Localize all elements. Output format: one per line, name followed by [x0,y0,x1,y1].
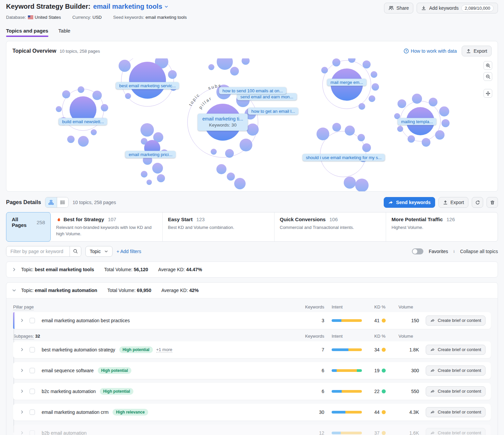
topical-map-chart[interactable]: topic subs pillar best email marketing s… [6,58,498,191]
bubble-label[interactable]: how to send 100 emails at on... [219,87,286,94]
chevron-right-icon[interactable] [20,389,24,393]
card-easy-start[interactable]: Easy Start123 Best KD and Volume combina… [163,212,275,241]
filter-input[interactable] [6,246,70,256]
subpage-row[interactable]: b2c marketing automation High potential … [13,383,491,400]
page-bubble[interactable] [362,143,371,152]
page-bubble[interactable] [397,99,406,108]
bubble-label[interactable]: build email newslett... [59,118,107,125]
send-keywords-button[interactable]: Send keywords [384,197,435,208]
create-brief-button[interactable]: Create brief or content [426,386,486,396]
page-bubble[interactable] [211,149,217,155]
tab-table[interactable]: Table [58,28,71,37]
page-bubble[interactable] [168,70,177,79]
page-title-link[interactable]: email sequence software [42,368,94,373]
page-bubble[interactable] [435,130,445,140]
bubble-tooltip[interactable]: email marketing ti...Keywords: 30 [198,113,248,131]
page-title-link[interactable]: best marketing automation strategy [42,347,115,352]
page-bubble[interactable] [397,126,403,132]
topic-bubble[interactable] [129,62,166,99]
page-bubble[interactable] [92,91,102,100]
chevron-right-icon[interactable] [20,431,24,435]
row-checkbox[interactable] [30,347,35,352]
row-checkbox[interactable] [30,318,35,323]
page-bubble[interactable] [321,67,328,74]
page-bubble[interactable] [317,128,329,140]
chevron-right-icon[interactable] [20,347,24,352]
add-filters-link[interactable]: + Add filters [117,249,141,254]
page-bubble[interactable] [345,126,355,136]
page-bubble[interactable] [348,58,355,63]
page-bubble[interactable] [332,58,340,66]
page-bubble[interactable] [240,139,252,151]
page-bubble[interactable] [247,124,259,136]
page-title-link[interactable]: b2c marketing automation [42,389,96,394]
card-all-pages[interactable]: All Pages258 [6,212,51,242]
more-badges-link[interactable]: +1 more [156,347,172,352]
subpage-row[interactable]: email sequence software High potential 6… [13,362,491,379]
page-bubble[interactable] [242,58,250,65]
create-brief-button[interactable]: Create brief or content [426,407,486,417]
page-bubble[interactable] [146,180,152,185]
page-bubble[interactable] [225,149,234,158]
page-bubble[interactable] [208,64,214,70]
search-icon[interactable] [70,246,81,256]
how-to-work-link[interactable]: ? How to work with data [404,48,457,54]
card-more-potential-traffic[interactable]: More Potential Traffic126 Highest Volume… [386,212,498,241]
page-bubble[interactable] [359,103,365,110]
page-title-link[interactable]: b2b email automation [42,430,87,435]
row-checkbox[interactable] [30,409,35,415]
create-brief-button[interactable]: Create brief or content [426,428,486,435]
page-bubble[interactable] [363,60,371,68]
page-bubble[interactable] [332,123,341,132]
tab-topics-and-pages[interactable]: Topics and pages [6,28,48,37]
bubble-label[interactable]: should i use email marketing for my s... [302,154,385,161]
page-bubble[interactable] [369,95,375,102]
page-bubble[interactable] [152,163,163,174]
pillar-page-row[interactable]: email marketing automation best practice… [13,312,491,329]
subpage-row[interactable]: email marketing automation crm High rele… [13,404,491,421]
subpages-label[interactable]: Subpages: [13,334,34,339]
page-bubble[interactable] [67,136,75,143]
page-bubble[interactable] [372,83,379,91]
page-bubble[interactable] [355,179,369,191]
page-title-link[interactable]: email marketing automation crm [42,409,109,415]
add-keywords-button[interactable]: Add keywords 2,089/10,000 [417,3,498,13]
page-bubble[interactable] [56,106,62,112]
create-brief-button[interactable]: Create brief or content [426,316,486,326]
page-bubble[interactable] [344,177,356,189]
page-bubble[interactable] [227,173,235,181]
page-bubble[interactable] [422,138,430,147]
page-bubble[interactable] [125,93,131,99]
page-bubble[interactable] [101,104,108,111]
page-bubble[interactable] [91,129,97,135]
pages-export-button[interactable]: Export [438,197,468,208]
create-brief-button[interactable]: Create brief or content [426,345,486,355]
page-bubble[interactable] [358,134,365,141]
page-bubble[interactable] [429,98,437,106]
info-icon[interactable]: i [454,249,455,254]
page-bubble[interactable] [141,171,148,178]
bubble-label[interactable]: how to get an email l... [248,108,298,115]
page-bubble[interactable] [119,60,131,72]
page-bubble[interactable] [140,123,154,137]
row-checkbox[interactable] [30,389,35,394]
page-bubble[interactable] [78,86,84,93]
page-bubble[interactable] [157,174,165,182]
subpage-row[interactable]: b2b email automation 12 37 1.6K Create b… [13,425,491,435]
bubble-label[interactable]: mailing templa... [398,118,436,125]
overview-export-button[interactable]: Export [462,46,492,56]
collapse-all-topics-link[interactable]: Collapse all topics [460,249,498,254]
chevron-right-icon[interactable] [12,267,16,272]
zoom-in-button[interactable] [484,61,492,70]
chevron-right-icon[interactable] [20,368,24,373]
project-selector[interactable]: email marketing tools [93,3,169,10]
page-bubble[interactable] [230,67,239,76]
topic-filter-select[interactable]: Topic [85,246,113,257]
chevron-down-icon[interactable] [12,288,16,293]
page-bubble[interactable] [234,178,246,189]
refresh-button[interactable] [472,197,483,208]
page-bubble[interactable] [62,90,70,98]
page-bubble[interactable] [217,58,233,70]
page-bubble[interactable] [439,106,449,116]
page-bubble[interactable] [408,135,415,143]
